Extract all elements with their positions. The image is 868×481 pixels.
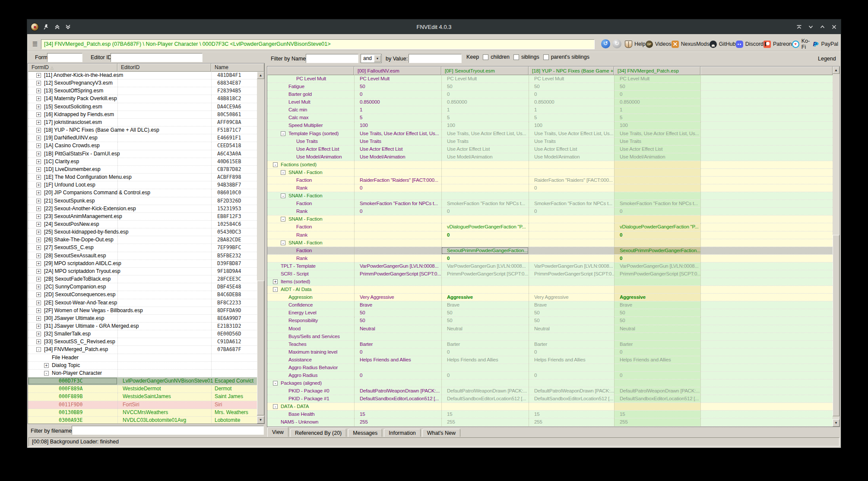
value-cell[interactable]: [354, 380, 441, 387]
collapse-icon[interactable]: -: [281, 193, 285, 198]
value-cell[interactable]: 255: [441, 418, 529, 426]
value-cell[interactable]: 0: [529, 184, 614, 192]
npc-record-row[interactable]: 000F889AWestsideDermotDermot: [28, 385, 257, 393]
checkbox-icon[interactable]: [483, 54, 488, 60]
plugin-column-header[interactable]: [18] YUP - NPC Fixes (Base Game + ...: [529, 66, 614, 75]
grid-row[interactable]: PKID - Package #0DefaultPatrolWeaponDraw…: [267, 387, 833, 395]
value-cell[interactable]: 0: [441, 372, 529, 379]
plugin-row[interactable]: +[22] Sexout-Another-Kick-Extension.esp1…: [28, 205, 257, 213]
expand-icon[interactable]: +: [36, 73, 41, 78]
value-cell[interactable]: [354, 169, 441, 176]
value-cell[interactable]: Use Traits, Use Actor Effect List, Us...: [614, 130, 700, 137]
plugin-row[interactable]: +[2E] Sexout-Wear-And-Tear.espBF8C2233: [28, 299, 257, 307]
record-field-label-cell[interactable]: Aggression: [267, 294, 354, 301]
grid-row[interactable]: Rank00: [267, 231, 833, 239]
value-cell[interactable]: 0: [354, 208, 441, 215]
value-cell[interactable]: [441, 380, 529, 387]
value-cell[interactable]: PC Level Mult: [529, 75, 614, 82]
value-cell[interactable]: [354, 333, 441, 340]
grid-row[interactable]: -DATA - DATA: [267, 403, 833, 411]
expand-icon[interactable]: +: [36, 339, 41, 344]
value-cell[interactable]: [354, 255, 441, 262]
grid-row[interactable]: FactionRaiderFaction "Raiders" [FACT:000…: [267, 177, 833, 184]
plugin-row[interactable]: +[23] SexoutAnimManagement.espEB8F12F3: [28, 213, 257, 221]
value-cell[interactable]: Use Model/Animation: [529, 153, 614, 161]
expand-icon[interactable]: +: [36, 245, 41, 250]
grid-row[interactable]: Responsibility50505050: [267, 317, 833, 325]
value-cell[interactable]: [529, 278, 614, 285]
collapse-icon[interactable]: -: [281, 170, 285, 175]
value-cell[interactable]: 0.850000: [529, 98, 614, 106]
expand-icon[interactable]: +: [273, 279, 278, 284]
value-cell[interactable]: [529, 247, 614, 254]
expand-icon[interactable]: +: [36, 324, 41, 329]
record-field-label-cell[interactable]: Aggro Radius Behavior: [267, 364, 354, 371]
record-field-label-cell[interactable]: Faction: [267, 200, 354, 207]
grid-row[interactable]: Level Mult0.8500000.8500000.8500000.8500…: [267, 98, 833, 106]
github-link[interactable]: GitHub: [710, 41, 736, 48]
value-cell[interactable]: DefaultSandboxEditorLocation512 [...: [614, 395, 700, 402]
value-cell[interactable]: 1: [614, 106, 700, 114]
plugin-row[interactable]: +[21] SexoutSpunk.esp8F2D326D: [28, 197, 257, 205]
plugin-column-header[interactable]: [34] FNVMerged_Patch.esp: [614, 66, 700, 75]
value-cell[interactable]: DefaultSandboxEditorLocation512 [...: [441, 395, 529, 402]
grid-row[interactable]: Maximum training level0000: [267, 348, 833, 356]
record-field-label-cell[interactable]: -SNAM - Faction: [267, 169, 354, 176]
record-field-label-cell[interactable]: Assistance: [267, 356, 354, 364]
value-cell[interactable]: PC Level Mult: [614, 75, 700, 82]
record-field-label-cell[interactable]: Speed Multiplier: [267, 122, 354, 129]
plugin-row[interactable]: +[1F] Unfound Loot.esp94B38BF7: [28, 181, 257, 189]
plugin-row[interactable]: +[28] SexoutSexAssault.espB5FBE232: [28, 252, 257, 260]
grid-row[interactable]: TPLT - TemplateVarPowderGangerGun [LVLN:…: [267, 263, 833, 270]
value-cell[interactable]: 0.850000: [354, 98, 441, 106]
scroll-down-icon[interactable]: ▼: [833, 419, 839, 427]
value-cell[interactable]: DefaultPatrolWeaponDrawn [PACK:...: [529, 387, 614, 395]
record-field-label-cell[interactable]: -Factions (sorted): [267, 161, 354, 168]
expand-icon[interactable]: +: [36, 183, 41, 187]
value-cell[interactable]: 100: [529, 122, 614, 129]
value-cell[interactable]: [614, 169, 700, 176]
record-field-label-cell[interactable]: -DATA - DATA: [267, 403, 354, 410]
record-field-label-cell[interactable]: NAM5 - Unknown: [267, 418, 354, 426]
value-cell[interactable]: Brave: [354, 301, 441, 309]
record-field-label-cell[interactable]: Responsibility: [267, 317, 354, 324]
value-cell[interactable]: PC Level Mult: [441, 75, 529, 82]
value-cell[interactable]: PrimmPowderGangerScript [SCPT:0...: [441, 270, 529, 278]
npc-record-row[interactable]: 0300A93ENVDLC03Lobotomite01AvgLobotomite: [28, 417, 257, 424]
value-cell[interactable]: 0: [354, 372, 441, 379]
tab-referenced-by-20-[interactable]: Referenced By (20): [290, 429, 346, 437]
grid-row[interactable]: Speed Multiplier100100100100: [267, 122, 833, 130]
record-field-label-cell[interactable]: Aggro Radius: [267, 372, 354, 379]
value-cell[interactable]: [529, 161, 614, 168]
expand-icon[interactable]: +: [36, 261, 41, 266]
value-cell[interactable]: 15: [529, 411, 614, 418]
value-cell[interactable]: PrimmPowderGangerScript [SCPT:0...: [354, 270, 441, 278]
value-cell[interactable]: [441, 364, 529, 371]
value-cell[interactable]: 0: [354, 91, 441, 98]
scroll-up-icon[interactable]: ▲: [833, 66, 839, 74]
record-field-label-cell[interactable]: Rank: [267, 255, 354, 262]
value-cell[interactable]: [441, 286, 529, 293]
grid-row[interactable]: Aggro Radius Behavior: [267, 364, 833, 372]
tree-scrollbar[interactable]: ▲ ▼: [257, 72, 264, 424]
value-cell[interactable]: [354, 247, 441, 254]
keep-siblings-checkbox[interactable]: siblings: [513, 54, 539, 60]
grid-row[interactable]: -SNAM - Faction: [267, 192, 833, 200]
value-cell[interactable]: Very Aggressive: [529, 294, 614, 301]
value-cell[interactable]: Neutral: [529, 325, 614, 332]
plugin-row[interactable]: +[11] Another-Kick-in-the-Head.esm481DB4…: [28, 72, 257, 79]
value-cell[interactable]: [529, 169, 614, 176]
value-cell[interactable]: Use Model/Animation: [441, 153, 529, 161]
plugin-row[interactable]: +[20] JIP Companions Command & Control.e…: [28, 189, 257, 197]
value-cell[interactable]: 100: [354, 122, 441, 129]
book-link[interactable]: Help: [625, 41, 646, 48]
grid-row[interactable]: Rank00: [267, 184, 833, 192]
tab-information[interactable]: Information: [384, 429, 421, 437]
record-field-label-cell[interactable]: SCRI - Script: [267, 270, 354, 278]
expand-icon[interactable]: +: [36, 167, 41, 172]
value-cell[interactable]: [614, 278, 700, 285]
value-cell[interactable]: 1: [529, 106, 614, 114]
scroll-down-icon[interactable]: ▼: [257, 416, 264, 424]
value-cell[interactable]: 0: [441, 348, 529, 356]
value-cell[interactable]: [354, 403, 441, 410]
